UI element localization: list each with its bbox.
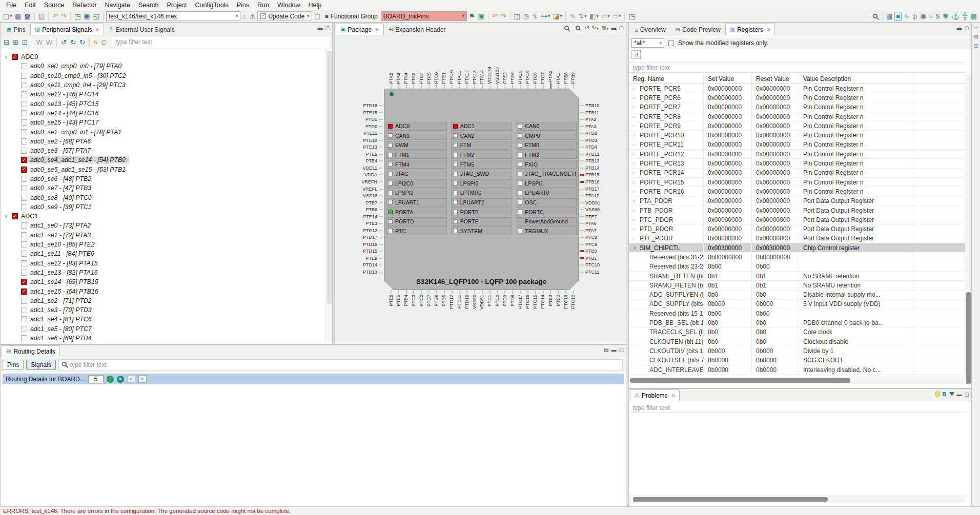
tree-item-adc1-se2[interactable]: adc1_se2 - [71] PTD2 xyxy=(1,296,326,305)
new-wizard-icon[interactable]: ▢▾ xyxy=(2,12,13,21)
register-row[interactable]: ›PTD_PDOR0x000000000x00000000Port Data O… xyxy=(629,224,965,234)
pin-ptd5[interactable]: PTD5 xyxy=(441,290,448,325)
pin-ptc9[interactable]: PTC9 xyxy=(580,241,622,248)
mark-occurrences-icon[interactable]: ◧▾ xyxy=(588,12,599,21)
chevron-right-icon[interactable]: › xyxy=(633,105,638,110)
block-checkbox[interactable] xyxy=(453,191,458,195)
block-checkbox[interactable] xyxy=(453,162,458,167)
block-lpspi1[interactable]: LPSPI1 xyxy=(516,179,577,188)
pin-pta4[interactable]: PTA4 xyxy=(403,54,410,89)
pin-vdd11[interactable]: VDD11 xyxy=(341,165,383,171)
pin-pta1[interactable]: PTA1 xyxy=(555,54,562,89)
zoom-in-icon[interactable] xyxy=(564,26,569,30)
block-checkbox[interactable] xyxy=(453,229,458,233)
block-checkbox[interactable] xyxy=(453,200,458,204)
new-source-icon[interactable]: ◳ xyxy=(73,12,81,21)
chevron-right-icon[interactable]: › xyxy=(633,86,638,91)
close-icon[interactable]: ✕ xyxy=(375,27,379,32)
block-ftm1[interactable]: FTM1 xyxy=(386,151,447,159)
pin-ptc2[interactable]: PTC2 xyxy=(418,290,425,325)
route-all-icon[interactable]: ↺ xyxy=(60,37,68,47)
register-row[interactable]: ›PORTE_PCR90x000000000x00000000Pin Contr… xyxy=(629,121,965,131)
tab-overview[interactable]: ⌂Overview xyxy=(630,24,670,35)
register-row[interactable]: ›PTA_PDOR0x000000000x00000000Port Data O… xyxy=(629,197,965,206)
pin-vss16[interactable]: VSS16 xyxy=(341,193,383,199)
block-ftm2[interactable]: FTM2 xyxy=(451,151,512,159)
rotate-right-icon[interactable]: ↻▾ xyxy=(592,25,599,31)
block-cmp0[interactable]: CMP0 xyxy=(516,132,577,140)
tree-checkbox[interactable] xyxy=(21,101,27,107)
block-can1[interactable]: CAN1 xyxy=(386,132,447,140)
chevron-right-icon[interactable]: › xyxy=(633,236,638,241)
pin-pta13[interactable]: PTA13 xyxy=(471,54,478,89)
watch-b-icon[interactable]: W xyxy=(45,37,53,47)
pin-pte13[interactable]: PTE13 xyxy=(341,144,383,150)
file-icon[interactable]: ▢ xyxy=(313,12,321,21)
tab-code-preview[interactable]: ▤Code Preview xyxy=(670,24,725,35)
block-powerandground[interactable]: PowerAndGround xyxy=(516,217,577,226)
new-class-icon[interactable]: ◱ xyxy=(92,12,100,21)
block-portc[interactable]: PORTC xyxy=(516,208,577,216)
pin-pta10[interactable]: PTA10 xyxy=(448,54,456,89)
rotate-left-icon[interactable]: ↺ xyxy=(585,25,589,31)
block-ftm4[interactable]: FTM4 xyxy=(386,160,447,169)
block-jtag[interactable]: JTAG xyxy=(386,170,447,178)
tab-package[interactable]: ▣Package✕ xyxy=(336,24,384,35)
tree-item-adc0-se3[interactable]: adc0_se3 - [57] PTA7 xyxy=(1,146,326,155)
pin-pta11[interactable]: PTA11 xyxy=(456,54,463,89)
chevron-right-icon[interactable]: › xyxy=(633,123,638,129)
memory-tool-icon[interactable]: ≡ xyxy=(928,12,934,21)
column-header[interactable]: Set Value xyxy=(704,74,752,84)
pin-pta5[interactable]: PTA5 xyxy=(410,54,417,89)
chevron-right-icon[interactable]: › xyxy=(633,95,638,100)
tree-item-adc1-se3[interactable]: adc1_se3 - [70] PTD3 xyxy=(1,305,326,315)
register-row[interactable]: CLKOUTSEL (bits 7-4)0b00000b0000SCG CLKO… xyxy=(629,356,965,365)
tree-checkbox[interactable] xyxy=(21,91,27,97)
pin-ptb16[interactable]: PTB16 xyxy=(580,179,622,185)
tree-checkbox[interactable] xyxy=(21,73,27,79)
pin-ptd13[interactable]: PTD13 xyxy=(341,269,383,275)
pin-pte9[interactable]: PTE9 xyxy=(341,255,383,261)
tree-checkbox[interactable] xyxy=(21,316,27,322)
chevron-down-icon[interactable]: ∨ xyxy=(4,54,9,59)
pin-ptc15[interactable]: PTC15 xyxy=(532,290,539,325)
pin-pte16[interactable]: PTE16 xyxy=(341,102,383,109)
tab-external-user-signals[interactable]: ↥External User Signals xyxy=(104,24,179,35)
maximize-icon[interactable]: ▢ xyxy=(325,25,330,31)
tree-checkbox[interactable] xyxy=(21,204,27,210)
block-checkbox[interactable] xyxy=(518,162,522,167)
chevron-right-icon[interactable]: › xyxy=(633,133,638,138)
tree-checkbox[interactable]: ✓ xyxy=(12,54,18,60)
register-row[interactable]: ADC_SUPPLY (bits 18-16)0b0000b0005 V inp… xyxy=(629,300,965,309)
register-row[interactable]: CLKOUTEN (bit 11)0b00b0Clockout disable xyxy=(629,337,965,346)
tree-checkbox[interactable] xyxy=(21,119,27,126)
block-portb[interactable]: PORTB xyxy=(451,208,512,216)
clocks-tool-icon[interactable]: ╬ xyxy=(962,12,968,21)
register-row[interactable]: CLKOUTDIV (bits 10-8)0b0000b000Divide by… xyxy=(629,346,965,356)
tree-checkbox[interactable]: ✓ xyxy=(21,167,27,173)
block-checkbox[interactable] xyxy=(388,229,393,233)
tree-item-adc1-se12[interactable]: adc1_se12 - [83] PTA15 xyxy=(1,259,326,268)
pin-ptb12[interactable]: PTB12 xyxy=(580,151,622,157)
tree-checkbox[interactable] xyxy=(21,82,27,88)
block-checkbox[interactable] xyxy=(518,143,522,148)
tree-item-adc1-se5[interactable]: adc1_se5 - [80] PTC7 xyxy=(1,324,326,334)
register-row[interactable]: ›PORTE_PCR70x000000000x00000000Pin Contr… xyxy=(629,103,965,112)
pin-pta14[interactable]: PTA14 xyxy=(479,54,486,89)
tree-checkbox[interactable] xyxy=(21,307,27,313)
block-fxio[interactable]: FXIO xyxy=(516,160,577,169)
block-checkbox[interactable] xyxy=(453,210,458,214)
block-checkbox[interactable] xyxy=(388,153,393,157)
tab-pins[interactable]: ▦Pins xyxy=(2,24,30,35)
maximize-icon[interactable]: ▢ xyxy=(965,25,969,31)
chevron-right-icon[interactable]: › xyxy=(633,170,638,175)
menu-help[interactable]: Help xyxy=(304,1,325,10)
block-checkbox[interactable] xyxy=(453,153,458,157)
watch-a-icon[interactable]: W xyxy=(35,37,44,47)
block-lptmr0[interactable]: LPTMR0 xyxy=(451,189,512,197)
tree-item-adc0-se9[interactable]: adc0_se9 - [39] PTC1 xyxy=(1,202,326,212)
chevron-down-icon[interactable]: ∨ xyxy=(4,214,9,219)
pin-ptc0[interactable]: PTC0 xyxy=(494,290,501,325)
menu-search[interactable]: Search xyxy=(134,1,163,10)
column-header[interactable]: Value Description xyxy=(799,74,914,84)
